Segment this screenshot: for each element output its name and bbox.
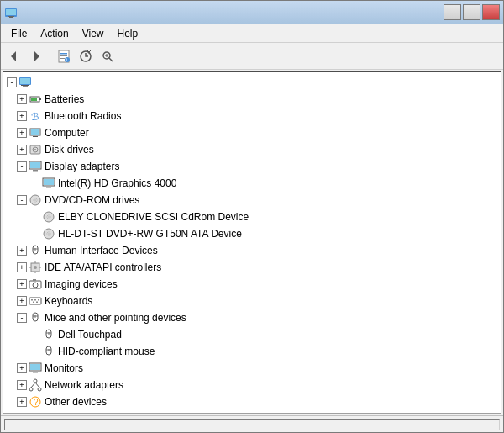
- svg-line-14: [109, 58, 113, 61]
- tree-item[interactable]: +Batteries: [3, 91, 501, 108]
- svg-rect-57: [33, 279, 36, 281]
- device-icon: [29, 244, 42, 257]
- svg-rect-9: [60, 58, 65, 59]
- svg-rect-59: [31, 299, 33, 301]
- device-icon: [42, 328, 55, 341]
- device-icon: [42, 345, 55, 358]
- tree-item[interactable]: +Imaging devices: [3, 276, 501, 293]
- tree-item[interactable]: +Disk drives: [3, 141, 501, 158]
- tree-item[interactable]: -Mice and other pointing devices: [3, 309, 501, 326]
- expand-btn[interactable]: +: [17, 380, 27, 390]
- svg-text:ℬ: ℬ: [31, 111, 39, 123]
- tree-item[interactable]: -Display adapters: [3, 158, 501, 175]
- tree-item-label: HID-compliant mouse: [58, 346, 155, 357]
- expand-btn[interactable]: +: [17, 128, 27, 138]
- tree-item[interactable]: Dell Touchpad: [3, 326, 501, 343]
- tree-item-label: Network adapters: [45, 379, 123, 391]
- device-icon: [29, 294, 42, 308]
- device-icon: [29, 261, 42, 274]
- menu-item-action[interactable]: Action: [34, 26, 75, 41]
- tree-item-label: ELBY CLONEDRIVE SCSI CdRom Device: [58, 211, 249, 223]
- expand-root[interactable]: -: [7, 77, 17, 87]
- device-icon: [29, 92, 42, 106]
- tree-item-label: Processors: [45, 413, 95, 414]
- tree-item[interactable]: +ℬBluetooth Radios: [3, 108, 501, 124]
- status-panel: [4, 419, 500, 430]
- tree-item-label: Imaging devices: [45, 278, 118, 290]
- maximize-button[interactable]: [463, 4, 480, 20]
- svg-marker-5: [34, 51, 39, 61]
- expand-btn[interactable]: -: [17, 195, 27, 205]
- svg-rect-2: [8, 16, 14, 17]
- tree-item[interactable]: +Network adapters: [3, 377, 501, 393]
- forward-button[interactable]: [26, 46, 46, 66]
- expand-btn[interactable]: +: [17, 397, 27, 407]
- svg-rect-62: [33, 302, 34, 304]
- tree-item-label: Computer: [45, 127, 89, 139]
- svg-rect-33: [33, 170, 38, 172]
- tree-item[interactable]: +Human Interface Devices: [3, 242, 501, 259]
- title-bar-left: [4, 6, 21, 19]
- properties-button[interactable]: i: [54, 46, 74, 66]
- menu-item-file[interactable]: File: [4, 26, 34, 41]
- tree-item-root[interactable]: -: [3, 74, 501, 91]
- close-button[interactable]: [482, 4, 500, 20]
- expand-btn[interactable]: +: [17, 111, 27, 121]
- menu-item-view[interactable]: View: [76, 26, 111, 41]
- tree-item[interactable]: -DVD/CD-ROM drives: [3, 192, 501, 209]
- expand-btn[interactable]: +: [17, 145, 27, 155]
- svg-rect-36: [46, 187, 51, 188]
- expand-btn[interactable]: +: [17, 246, 27, 256]
- device-tree-container[interactable]: - +Batteries+ℬBluetooth Radios+Computer+…: [3, 71, 501, 414]
- expand-btn[interactable]: -: [17, 313, 27, 323]
- scan-hardware-button[interactable]: [97, 46, 118, 66]
- title-controls: [444, 4, 500, 20]
- status-bar: [1, 415, 503, 432]
- tree-item[interactable]: +Monitors: [3, 360, 501, 377]
- menu-bar: FileActionViewHelp: [1, 24, 503, 43]
- tree-item[interactable]: HID-compliant mouse: [3, 343, 501, 360]
- svg-point-39: [34, 199, 36, 201]
- expand-btn[interactable]: +: [17, 296, 27, 306]
- expand-btn[interactable]: +: [17, 262, 27, 272]
- update-driver-button[interactable]: [76, 46, 96, 66]
- menu-item-help[interactable]: Help: [111, 26, 145, 41]
- device-icon: [29, 378, 42, 392]
- tree-item[interactable]: +Computer: [3, 124, 501, 141]
- device-icon: [29, 160, 42, 173]
- svg-rect-3: [9, 17, 13, 18]
- svg-point-45: [48, 233, 50, 235]
- device-icon: ?: [29, 395, 42, 409]
- tree-item-label: Monitors: [45, 362, 83, 374]
- computer-icon: [18, 76, 32, 89]
- back-button[interactable]: [4, 46, 24, 66]
- device-manager-window: FileActionViewHelp i: [0, 0, 504, 433]
- minimize-button[interactable]: [444, 4, 461, 20]
- tree-item-label: Human Interface Devices: [45, 245, 158, 256]
- svg-point-50: [34, 266, 37, 269]
- svg-point-56: [33, 283, 38, 288]
- tree-item[interactable]: HL-DT-ST DVD+-RW GT50N ATA Device: [3, 225, 501, 242]
- svg-point-77: [34, 379, 37, 383]
- expand-btn[interactable]: +: [17, 279, 27, 289]
- expand-btn[interactable]: -: [17, 161, 27, 172]
- tree-item-label: Batteries: [45, 93, 84, 105]
- device-icon: [29, 193, 42, 207]
- tree-item[interactable]: +IDE ATA/ATAPI controllers: [3, 259, 501, 276]
- device-icon: [29, 143, 42, 156]
- tree-item[interactable]: +?Other devices: [3, 393, 501, 410]
- tree-item-label: Keyboards: [45, 295, 92, 307]
- svg-rect-20: [23, 86, 28, 87]
- expand-btn[interactable]: +: [17, 363, 27, 373]
- tree-item[interactable]: +Keyboards: [3, 293, 501, 309]
- expand-btn[interactable]: +: [17, 94, 27, 104]
- svg-line-80: [31, 383, 35, 388]
- device-icon: [42, 210, 55, 224]
- svg-rect-8: [60, 55, 67, 56]
- svg-point-78: [29, 388, 33, 391]
- tree-item[interactable]: ELBY CLONEDRIVE SCSI CdRom Device: [3, 209, 501, 225]
- tree-item[interactable]: +Processors: [3, 410, 501, 414]
- tree-item[interactable]: Intel(R) HD Graphics 4000: [3, 175, 501, 192]
- device-icon: [29, 311, 42, 325]
- svg-text:?: ?: [34, 398, 39, 407]
